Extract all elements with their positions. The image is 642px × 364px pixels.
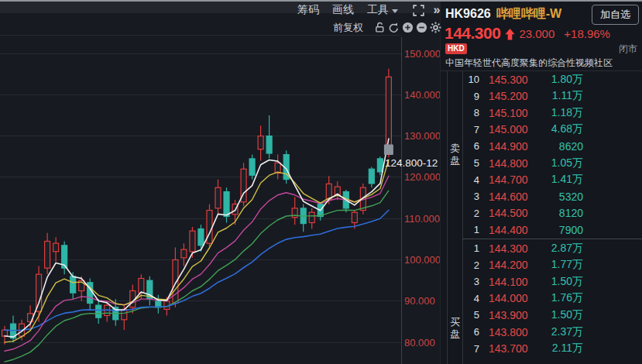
orderbook-level: 6 (462, 140, 479, 152)
orderbook-row-buy-1[interactable]: 1144.3002.87万 (462, 240, 642, 257)
orderbook-price: 144.300 (489, 242, 549, 255)
ma-white-line (5, 139, 389, 337)
symbol-header: HK9626 哔哩哔哩-W (445, 5, 561, 23)
orderbook-level: 3 (462, 276, 479, 287)
orderbook-volume: 1.77万 (549, 258, 642, 272)
orderbook-row-sell-10[interactable]: 10145.3001.80万 (462, 71, 642, 88)
orderbook-volume: 2.37万 (549, 325, 642, 339)
window-top-border (0, 0, 642, 2)
tools-menu-button[interactable]: 工具 (367, 3, 398, 17)
orderbook-row-buy-2[interactable]: 2144.2001.77万 (462, 257, 642, 274)
orderbook-row-buy-3[interactable]: 3144.1001.50万 (462, 273, 642, 290)
orderbook-row-sell-6[interactable]: 6144.9008620 (462, 138, 642, 155)
stock-description: 中国年轻世代高度聚集的综合性视频社区 (445, 57, 639, 70)
orderbook-price: 144.100 (489, 276, 549, 288)
orderbook-row-sell-2[interactable]: 2144.5008120 (462, 204, 642, 221)
orderbook-divider (462, 239, 642, 239)
expand-panel-icon[interactable]: » (430, 3, 444, 17)
orderbook-row-sell-7[interactable]: 7145.0004.68万 (462, 122, 642, 139)
orderbook-row-sell-8[interactable]: 8145.1001.18万 (462, 105, 642, 122)
y-axis-tick-label: 150.000 (404, 48, 440, 60)
orderbook-volume: 1.18万 (549, 106, 642, 120)
chevron-down-icon (392, 9, 398, 13)
y-axis-tick-label: 130.000 (404, 130, 440, 142)
orderbook-volume: 8620 (549, 140, 642, 153)
undo-icon[interactable] (386, 21, 400, 35)
price-change-pct: +18.96% (564, 27, 610, 40)
orderbook-price: 144.000 (489, 292, 549, 304)
orderbook-row-sell-3[interactable]: 3144.6005320 (462, 188, 642, 205)
orderbook-row-buy-4[interactable]: 4144.0001.76万 (462, 290, 642, 307)
orderbook-price: 144.900 (489, 140, 549, 153)
chart-toolbar-primary: 筹码 画线 工具 » (297, 2, 444, 18)
orderbook-volume: 5320 (549, 191, 642, 203)
sell-side-label: 卖盘 (449, 143, 461, 167)
y-axis-tick-label: 80.000 (404, 337, 435, 349)
orderbook-volume: 1.05万 (549, 156, 642, 170)
fullscreen-icon[interactable] (411, 3, 425, 17)
orderbook-price: 144.200 (489, 259, 549, 271)
orderbook-row-buy-6[interactable]: 6143.8002.37万 (462, 324, 642, 341)
orderbook-row-buy-7[interactable]: 7143.7002.11万 (462, 340, 642, 357)
orderbook-level: 7 (462, 343, 479, 355)
orderbook-level: 8 (462, 107, 479, 118)
zoom-in-icon[interactable] (400, 21, 414, 35)
orderbook-volume: 1.41万 (549, 173, 642, 187)
market-info-row: HKD 闭市 (445, 43, 637, 55)
y-axis-tick-label: 140.000 (404, 89, 440, 101)
orderbook-level: 5 (462, 309, 479, 321)
stock-code: HK9626 (445, 7, 491, 21)
add-watchlist-button[interactable]: 加自选 (592, 5, 639, 25)
price-marker-label: 124.800-12 (385, 157, 438, 169)
settings-gear-icon[interactable] (428, 21, 442, 35)
chips-tool-button[interactable]: 筹码 (297, 3, 319, 17)
currency-badge: HKD (445, 43, 467, 54)
orderbook-volume: 1.50万 (549, 275, 642, 289)
orderbook-level: 4 (462, 174, 479, 186)
orderbook-row-sell-1[interactable]: 1144.4007900 (462, 221, 642, 239)
orderbook-row-sell-5[interactable]: 5144.8001.05万 (462, 155, 642, 172)
orderbook-buy-rows: 1144.3002.87万2144.2001.77万3144.1001.50万4… (462, 240, 642, 357)
y-axis-tick-label: 90.000 (404, 295, 435, 307)
orderbook-volume: 2.11万 (549, 342, 642, 355)
up-arrow-icon (505, 29, 515, 40)
market-status: 闭市 (619, 43, 637, 56)
chart-area: 150.000140.000130.000120.000110.000100.0… (0, 0, 440, 364)
last-price: 144.300 (445, 24, 500, 43)
trading-app-window: 150.000140.000130.000120.000110.000100.0… (0, 0, 642, 364)
price-row: 144.300 23.000 +18.96% (445, 24, 610, 43)
orderbook-level: 2 (462, 259, 479, 271)
adjust-mode-label: 前复权 (333, 21, 363, 35)
draw-line-label: 画线 (332, 3, 354, 17)
orderbook-volume: 1.80万 (549, 73, 642, 87)
zoom-out-icon[interactable] (414, 21, 428, 35)
orderbook-level: 10 (462, 74, 479, 85)
chart-toolbar-secondary: 前复权 (333, 20, 442, 35)
orderbook-price: 144.500 (489, 207, 549, 219)
orderbook-row-sell-9[interactable]: 9145.2001.11万 (462, 88, 642, 105)
orderbook-price: 145.100 (489, 107, 549, 119)
price-change: 23.000 (519, 27, 554, 40)
orderbook-level: 7 (462, 124, 479, 136)
orderbook-price: 144.800 (489, 157, 549, 170)
orderbook-volume: 1.11万 (549, 89, 642, 103)
y-axis-tick-label: 120.000 (404, 171, 440, 183)
orderbook-price: 144.700 (489, 173, 549, 186)
y-axis-tick-label: 110.000 (404, 213, 440, 225)
orderbook-row-buy-5[interactable]: 5143.9001.50万 (462, 307, 642, 324)
y-axis-tick-label: 100.000 (404, 254, 440, 266)
draw-line-tool-button[interactable]: 画线 (332, 3, 354, 17)
candlestick-chart[interactable]: 150.000140.000130.000120.000110.000100.0… (0, 0, 440, 364)
tools-menu-label: 工具 (367, 3, 389, 17)
orderbook-level: 1 (462, 242, 479, 254)
orderbook-price: 144.600 (489, 191, 549, 203)
orderbook-row-sell-4[interactable]: 4144.7001.41万 (462, 171, 642, 188)
orderbook-volume: 1.76万 (549, 291, 642, 305)
adjust-mode-button[interactable]: 前复权 (333, 21, 363, 35)
quote-panel: HK9626 哔哩哔哩-W 加自选 144.300 23.000 +18.96%… (440, 2, 642, 364)
buy-side-label: 买盘 (449, 316, 461, 341)
orderbook-volume: 2.87万 (549, 242, 642, 256)
orderbook-level: 6 (462, 326, 479, 338)
unlock-icon[interactable] (372, 21, 386, 35)
orderbook-price: 143.800 (489, 326, 549, 338)
